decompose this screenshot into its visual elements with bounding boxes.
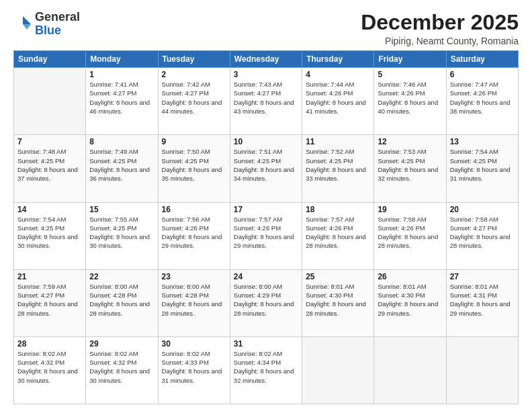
day-header-sunday: Sunday: [14, 51, 86, 68]
day-number: 1: [89, 70, 154, 79]
day-info: Sunrise: 8:01 AMSunset: 4:30 PMDaylight:…: [378, 282, 442, 318]
day-header-wednesday: Wednesday: [230, 51, 302, 68]
day-header-thursday: Thursday: [302, 51, 374, 68]
day-number: 21: [17, 272, 82, 281]
day-number: 7: [17, 137, 82, 146]
calendar-cell: 28 Sunrise: 8:02 AMSunset: 4:32 PMDaylig…: [14, 336, 86, 404]
calendar-cell: 2 Sunrise: 7:42 AMSunset: 4:27 PMDayligh…: [158, 68, 230, 135]
calendar-table: SundayMondayTuesdayWednesdayThursdayFrid…: [13, 50, 519, 404]
day-number: 31: [234, 339, 298, 349]
day-number: 2: [162, 70, 226, 79]
calendar-cell: 12 Sunrise: 7:53 AMSunset: 4:25 PMDaylig…: [374, 135, 446, 202]
calendar-header-row: SundayMondayTuesdayWednesdayThursdayFrid…: [14, 51, 519, 68]
svg-marker-1: [23, 24, 31, 30]
calendar-cell: 11 Sunrise: 7:52 AMSunset: 4:25 PMDaylig…: [302, 135, 374, 202]
calendar-cell: 14 Sunrise: 7:54 AMSunset: 4:25 PMDaylig…: [14, 202, 86, 269]
day-number: 15: [89, 205, 154, 214]
calendar-cell: 10 Sunrise: 7:51 AMSunset: 4:25 PMDaylig…: [230, 135, 302, 202]
calendar-cell: 9 Sunrise: 7:50 AMSunset: 4:25 PMDayligh…: [158, 135, 230, 202]
day-number: 30: [162, 339, 226, 349]
calendar-cell: 6 Sunrise: 7:47 AMSunset: 4:26 PMDayligh…: [446, 68, 518, 135]
calendar-cell: 15 Sunrise: 7:55 AMSunset: 4:25 PMDaylig…: [86, 202, 158, 269]
calendar-cell: [446, 336, 518, 404]
location: Pipirig, Neamt County, Romania: [361, 36, 519, 46]
svg-marker-0: [23, 16, 31, 24]
day-number: 26: [378, 272, 442, 281]
day-number: 5: [378, 70, 442, 79]
calendar-cell: 26 Sunrise: 8:01 AMSunset: 4:30 PMDaylig…: [374, 269, 446, 336]
week-row-4: 28 Sunrise: 8:02 AMSunset: 4:32 PMDaylig…: [14, 336, 519, 404]
day-number: 11: [306, 137, 370, 146]
calendar-cell: 27 Sunrise: 8:01 AMSunset: 4:31 PMDaylig…: [446, 269, 518, 336]
logo-general: General: [35, 11, 80, 24]
day-info: Sunrise: 8:00 AMSunset: 4:28 PMDaylight:…: [162, 282, 226, 318]
calendar-cell: 5 Sunrise: 7:46 AMSunset: 4:26 PMDayligh…: [374, 68, 446, 135]
day-info: Sunrise: 7:58 AMSunset: 4:26 PMDaylight:…: [378, 215, 442, 250]
calendar-cell: 4 Sunrise: 7:44 AMSunset: 4:26 PMDayligh…: [302, 68, 374, 135]
calendar-cell: 18 Sunrise: 7:57 AMSunset: 4:26 PMDaylig…: [302, 202, 374, 269]
day-number: 18: [306, 205, 370, 214]
day-number: 17: [234, 205, 298, 214]
day-info: Sunrise: 8:01 AMSunset: 4:30 PMDaylight:…: [306, 282, 370, 318]
day-info: Sunrise: 7:52 AMSunset: 4:25 PMDaylight:…: [306, 147, 370, 183]
day-number: 24: [234, 272, 298, 281]
day-info: Sunrise: 8:02 AMSunset: 4:32 PMDaylight:…: [89, 349, 154, 385]
day-info: Sunrise: 7:54 AMSunset: 4:25 PMDaylight:…: [450, 147, 515, 183]
day-info: Sunrise: 7:57 AMSunset: 4:26 PMDaylight:…: [306, 215, 370, 250]
day-info: Sunrise: 8:01 AMSunset: 4:31 PMDaylight:…: [450, 282, 515, 318]
calendar-cell: 22 Sunrise: 8:00 AMSunset: 4:28 PMDaylig…: [86, 269, 158, 336]
calendar-cell: 8 Sunrise: 7:49 AMSunset: 4:25 PMDayligh…: [86, 135, 158, 202]
logo-blue: Blue: [35, 24, 80, 38]
day-info: Sunrise: 7:54 AMSunset: 4:25 PMDaylight:…: [17, 215, 82, 250]
calendar-cell: 7 Sunrise: 7:48 AMSunset: 4:25 PMDayligh…: [14, 135, 86, 202]
day-info: Sunrise: 7:44 AMSunset: 4:26 PMDaylight:…: [306, 80, 370, 116]
day-number: 16: [162, 205, 226, 214]
day-number: 10: [234, 137, 298, 146]
day-info: Sunrise: 7:46 AMSunset: 4:26 PMDaylight:…: [378, 80, 442, 116]
day-header-saturday: Saturday: [446, 51, 518, 68]
logo-icon: [13, 15, 32, 34]
week-row-3: 21 Sunrise: 7:59 AMSunset: 4:27 PMDaylig…: [14, 269, 519, 336]
day-info: Sunrise: 7:57 AMSunset: 4:26 PMDaylight:…: [234, 215, 298, 250]
day-info: Sunrise: 7:47 AMSunset: 4:26 PMDaylight:…: [450, 80, 515, 116]
day-number: 8: [89, 137, 154, 146]
calendar-cell: 24 Sunrise: 8:00 AMSunset: 4:29 PMDaylig…: [230, 269, 302, 336]
title-block: December 2025 Pipirig, Neamt County, Rom…: [361, 11, 519, 46]
day-info: Sunrise: 7:48 AMSunset: 4:25 PMDaylight:…: [17, 147, 82, 183]
day-number: 25: [306, 272, 370, 281]
day-number: 28: [17, 339, 82, 349]
calendar-cell: 20 Sunrise: 7:58 AMSunset: 4:27 PMDaylig…: [446, 202, 518, 269]
calendar-cell: [14, 68, 86, 135]
calendar-cell: [302, 336, 374, 404]
day-info: Sunrise: 7:59 AMSunset: 4:27 PMDaylight:…: [17, 282, 82, 318]
day-info: Sunrise: 8:00 AMSunset: 4:28 PMDaylight:…: [89, 282, 154, 318]
calendar-cell: 31 Sunrise: 8:02 AMSunset: 4:34 PMDaylig…: [230, 336, 302, 404]
calendar-cell: 23 Sunrise: 8:00 AMSunset: 4:28 PMDaylig…: [158, 269, 230, 336]
page: General Blue December 2025 Pipirig, Neam…: [0, 0, 532, 411]
day-info: Sunrise: 7:53 AMSunset: 4:25 PMDaylight:…: [378, 147, 442, 183]
day-info: Sunrise: 8:02 AMSunset: 4:34 PMDaylight:…: [234, 349, 298, 385]
calendar-cell: [374, 336, 446, 404]
header: General Blue December 2025 Pipirig, Neam…: [13, 11, 519, 46]
day-number: 4: [306, 70, 370, 79]
calendar-cell: 19 Sunrise: 7:58 AMSunset: 4:26 PMDaylig…: [374, 202, 446, 269]
day-info: Sunrise: 7:58 AMSunset: 4:27 PMDaylight:…: [450, 215, 515, 250]
day-info: Sunrise: 7:50 AMSunset: 4:25 PMDaylight:…: [162, 147, 226, 183]
week-row-2: 14 Sunrise: 7:54 AMSunset: 4:25 PMDaylig…: [14, 202, 519, 269]
calendar-cell: 29 Sunrise: 8:02 AMSunset: 4:32 PMDaylig…: [86, 336, 158, 404]
calendar-cell: 25 Sunrise: 8:01 AMSunset: 4:30 PMDaylig…: [302, 269, 374, 336]
day-info: Sunrise: 8:02 AMSunset: 4:33 PMDaylight:…: [162, 349, 226, 385]
week-row-1: 7 Sunrise: 7:48 AMSunset: 4:25 PMDayligh…: [14, 135, 519, 202]
calendar-cell: 16 Sunrise: 7:56 AMSunset: 4:26 PMDaylig…: [158, 202, 230, 269]
day-number: 27: [450, 272, 515, 281]
day-info: Sunrise: 7:51 AMSunset: 4:25 PMDaylight:…: [234, 147, 298, 183]
day-number: 6: [450, 70, 515, 79]
calendar-cell: 30 Sunrise: 8:02 AMSunset: 4:33 PMDaylig…: [158, 336, 230, 404]
calendar-body: 1 Sunrise: 7:41 AMSunset: 4:27 PMDayligh…: [14, 68, 519, 404]
day-number: 3: [234, 70, 298, 79]
day-info: Sunrise: 8:02 AMSunset: 4:32 PMDaylight:…: [17, 349, 82, 385]
calendar-cell: 13 Sunrise: 7:54 AMSunset: 4:25 PMDaylig…: [446, 135, 518, 202]
day-header-tuesday: Tuesday: [158, 51, 230, 68]
day-header-monday: Monday: [86, 51, 158, 68]
day-number: 19: [378, 205, 442, 214]
